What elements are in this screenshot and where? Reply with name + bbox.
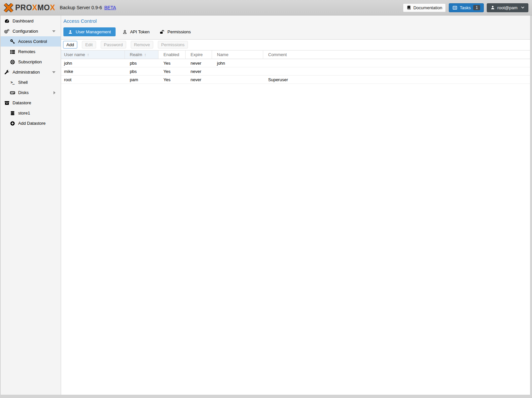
topbar-actions: Documentation Tasks 1 [403,3,528,12]
user-icon [490,5,495,10]
tasks-button[interactable]: Tasks 1 [449,3,484,12]
tasks-label: Tasks [460,5,471,10]
tab-permissions[interactable]: Permissions [157,27,194,36]
page-title: Access Control [63,16,530,24]
sidebar-item-label: Shell [18,80,28,85]
cell-name [212,67,263,75]
tasks-count-badge: 1 [473,5,480,10]
cell-name [212,76,263,83]
sidebar-item-label: Remotes [18,49,35,54]
plus-circle-icon [10,121,15,126]
content-panel: Access Control User Management [61,16,530,395]
sidebar-item-access-control[interactable]: Access Control [1,36,61,47]
gears-icon [4,29,10,34]
cell-enabled: Yes [159,67,186,75]
sidebar-item-label: Dashboard [13,18,34,23]
tab-label: API Token [130,29,150,34]
sidebar-item-label: Administration [13,70,40,75]
sidebar-item-configuration[interactable]: Configuration [1,26,61,36]
expand-caret-icon[interactable] [53,91,55,94]
unlock-icon [160,30,164,34]
table-row[interactable]: john pbs Yes never john [61,59,530,67]
grid-toolbar: Add Edit Password Remove Permissions [61,40,530,50]
sidebar-item-label: Add Datastore [18,121,46,126]
sidebar-item-label: Subscription [18,59,42,64]
table-row[interactable]: root pam Yes never Superuser [61,76,530,84]
terminal-icon: >_ [10,80,15,85]
task-list-icon [452,5,457,10]
cell-username: mike [61,67,125,75]
cell-expire: never [186,59,212,67]
cell-realm: pbs [125,59,159,67]
sidebar-item-add-datastore[interactable]: Add Datastore [1,118,61,128]
sidebar-item-datastore[interactable]: Datastore [1,98,61,108]
collapse-caret-icon[interactable] [52,30,55,32]
table-row[interactable]: mike pbs Yes never [61,67,530,76]
user-menu-label: root@pam [497,5,517,10]
tab-bar: User Management API Token [63,27,530,36]
tab-api-token[interactable]: API Token [120,27,153,36]
sidebar-item-remotes[interactable]: Remotes [1,47,61,57]
user-icon [68,30,73,34]
sidebar-item-shell[interactable]: >_ Shell [1,77,61,87]
column-header-username[interactable]: User name ↑ [61,50,125,59]
remove-button: Remove [131,41,153,49]
chevron-down-icon [521,6,525,9]
column-header-realm[interactable]: Realm ↑ [125,50,159,59]
cell-name: john [212,59,263,67]
cell-enabled: Yes [159,76,186,83]
panel-header: Access Control User Management [61,16,530,40]
hard-drive-icon [10,90,15,95]
sidebar-item-dashboard[interactable]: Dashboard [1,16,61,26]
tab-label: User Management [76,29,111,34]
sidebar-item-administration[interactable]: Administration [1,67,61,77]
sort-asc-icon: ↑ [144,52,147,57]
life-ring-icon [10,59,15,65]
cell-enabled: Yes [159,59,186,67]
tab-user-management[interactable]: User Management [63,27,116,36]
sidebar-item-label: Disks [18,90,29,95]
documentation-button[interactable]: Documentation [403,3,446,12]
sidebar-item-store1[interactable]: store1 [1,108,61,118]
user-menu-button[interactable]: root@pam [487,3,528,12]
column-header-comment[interactable]: Comment [263,50,530,59]
beta-link[interactable]: BETA [104,5,116,10]
edit-button: Edit [82,41,96,49]
logo-wordmark: PROXMOX [15,4,55,12]
main-layout: Dashboard Configuration [0,16,532,395]
list-icon [10,49,15,54]
product-version-label: Backup Server 0.9-6 [60,5,102,10]
sidebar-item-label: Access Control [18,39,47,44]
add-button[interactable]: Add [63,41,77,49]
book-icon [407,5,411,10]
collapse-caret-icon[interactable] [52,71,55,73]
proxmox-brand: PROXMOX Backup Server 0.9-6 BETA [4,3,116,12]
tab-label: Permissions [167,29,191,34]
database-icon [10,111,15,116]
topbar: PROXMOX Backup Server 0.9-6 BETA Documen… [0,0,532,16]
table-empty-area [61,84,530,395]
documentation-label: Documentation [413,5,442,10]
cell-comment: Superuser [263,76,530,83]
sidebar-item-label: Datastore [13,100,31,105]
cell-username: john [61,59,125,67]
sidebar: Dashboard Configuration [1,16,61,395]
cell-expire: never [186,76,212,83]
column-header-enabled[interactable]: Enabled [159,50,186,59]
cell-realm: pbs [125,67,159,75]
column-header-name[interactable]: Name [212,50,263,59]
proxmox-logo-icon [4,3,14,12]
column-header-expire[interactable]: Expire [186,50,212,59]
permissions-button: Permissions [158,41,188,49]
sidebar-item-disks[interactable]: Disks [1,87,61,98]
dashboard-icon [4,18,10,24]
wrench-icon [4,70,10,75]
key-icon [10,39,15,44]
sort-asc-icon: ↑ [87,52,89,57]
password-button: Password [101,41,126,49]
cell-username: root [61,76,125,83]
sidebar-item-label: Configuration [13,29,38,34]
cell-comment [263,67,530,75]
sidebar-item-subscription[interactable]: Subscription [1,57,61,67]
cell-realm: pam [125,76,159,83]
